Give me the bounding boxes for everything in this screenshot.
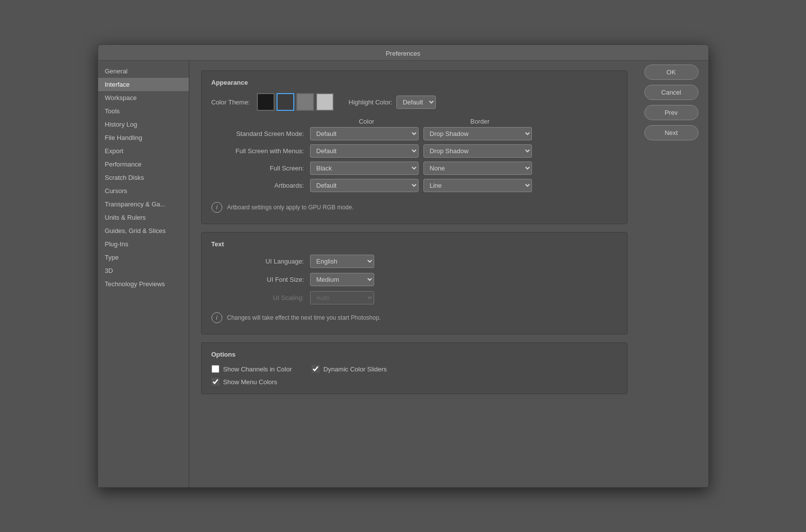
highlight-color-row: Highlight Color: Default Blue Red Green [349,96,436,109]
artboards-border-select[interactable]: Drop ShadowNoneLine [423,179,532,192]
fullscreen-row: Full Screen: DefaultBlackGray Drop Shado… [211,162,617,175]
ui-scaling-select[interactable]: Auto [310,291,374,304]
text-note: i Changes will take effect the next time… [211,309,617,326]
next-button[interactable]: Next [644,125,699,140]
color-column-header: Color [310,118,423,125]
color-theme-swatches [257,93,334,111]
show-channels-checkbox[interactable] [211,365,219,373]
dialog-title: Preferences [98,45,708,61]
fullscreen-menus-row: Full Screen with Menus: DefaultBlackGray… [211,144,617,158]
appearance-section: Appearance Color Theme: Highlight Color:… [201,70,628,224]
swatch-light-gray[interactable] [316,93,334,111]
swatch-medium-gray[interactable] [296,93,314,111]
fullscreen-label: Full Screen: [211,165,310,172]
sidebar-item-cursors[interactable]: Cursors [98,184,189,198]
highlight-color-select[interactable]: Default Blue Red Green [396,96,436,109]
preferences-dialog: Preferences OK Cancel Prev Next General … [98,44,709,488]
show-menu-colors-label: Show Menu Colors [223,378,278,386]
sidebar-item-transparency[interactable]: Transparency & Ga... [98,198,189,211]
options-section: Options Show Channels in Color Dynamic C… [201,342,628,394]
options-row-1: Show Channels in Color Dynamic Color Sli… [211,365,617,373]
dialog-body: General Interface Workspace Tools Histor… [98,61,708,487]
show-menu-colors-checkbox[interactable] [211,378,219,386]
ui-font-size-row: UI Font Size: Small Medium Large [211,273,617,286]
cancel-button[interactable]: Cancel [644,85,699,100]
text-section: Text UI Language: English UI Font Size: … [201,232,628,334]
dynamic-sliders-checkbox-item[interactable]: Dynamic Color Sliders [312,365,387,373]
info-icon: i [211,202,222,213]
sidebar-item-tech-previews[interactable]: Technology Previews [98,277,189,291]
dialog-buttons: OK Cancel Prev Next [644,65,699,140]
dynamic-sliders-checkbox[interactable] [312,365,319,373]
artboards-row: Artboards: DefaultBlackGray Drop ShadowN… [211,179,617,192]
sidebar-item-export[interactable]: Export [98,144,189,158]
text-info-icon: i [211,312,222,323]
fullscreen-menus-border-select[interactable]: Drop ShadowNoneLine [423,144,532,158]
ui-language-row: UI Language: English [211,255,617,268]
sidebar-item-workspace[interactable]: Workspace [98,91,189,104]
show-channels-checkbox-item[interactable]: Show Channels in Color [211,365,292,373]
sidebar-item-units-rulers[interactable]: Units & Rulers [98,211,189,224]
main-content: Appearance Color Theme: Highlight Color:… [189,61,708,487]
ui-scaling-row: UI Scaling: Auto [211,291,617,304]
options-title: Options [211,351,617,358]
fullscreen-menus-label: Full Screen with Menus: [211,147,310,155]
sidebar-item-tools[interactable]: Tools [98,104,189,118]
swatch-black[interactable] [257,93,275,111]
sidebar-item-file-handling[interactable]: File Handling [98,131,189,144]
screen-table-header: Color Border [310,118,617,125]
standard-screen-label: Standard Screen Mode: [211,130,310,137]
color-theme-row: Color Theme: Highlight Color: Default Bl… [211,93,617,111]
screen-mode-table: Standard Screen Mode: DefaultBlackGray D… [211,127,617,192]
sidebar-item-plug-ins[interactable]: Plug-Ins [98,237,189,251]
ui-scaling-label: UI Scaling: [211,294,310,301]
border-column-header: Border [423,118,537,125]
standard-screen-border-select[interactable]: Drop ShadowNoneLine [423,127,532,140]
standard-screen-row: Standard Screen Mode: DefaultBlackGray D… [211,127,617,140]
sidebar-item-performance[interactable]: Performance [98,158,189,171]
swatch-dark-gray[interactable] [277,93,294,111]
ui-font-size-select[interactable]: Small Medium Large [310,273,374,286]
dynamic-sliders-label: Dynamic Color Sliders [323,366,387,373]
prev-button[interactable]: Prev [644,105,699,120]
artboard-note: i Artboard settings only apply to GPU RG… [211,199,617,216]
sidebar-item-guides-grid[interactable]: Guides, Grid & Slices [98,224,189,237]
standard-screen-color-select[interactable]: DefaultBlackGray [310,127,419,140]
ok-button[interactable]: OK [644,65,699,80]
sidebar-item-history-log[interactable]: History Log [98,118,189,131]
fullscreen-color-select[interactable]: DefaultBlackGray [310,162,419,175]
sidebar-item-3d[interactable]: 3D [98,264,189,277]
show-menu-colors-checkbox-item[interactable]: Show Menu Colors [211,378,278,386]
ui-language-select[interactable]: English [310,255,374,268]
options-grid: Show Channels in Color Dynamic Color Sli… [211,365,617,386]
ui-font-size-label: UI Font Size: [211,276,310,283]
options-row-2: Show Menu Colors [211,378,617,386]
sidebar-item-general[interactable]: General [98,65,189,78]
artboards-color-select[interactable]: DefaultBlackGray [310,179,419,192]
highlight-color-label: Highlight Color: [349,99,392,106]
show-channels-label: Show Channels in Color [223,366,292,373]
sidebar-item-interface[interactable]: Interface [98,78,189,91]
sidebar-item-scratch-disks[interactable]: Scratch Disks [98,171,189,184]
appearance-title: Appearance [211,79,617,86]
color-theme-label: Color Theme: [211,99,250,106]
text-note-text: Changes will take effect the next time y… [227,314,381,321]
sidebar-item-type[interactable]: Type [98,251,189,264]
fullscreen-menus-color-select[interactable]: DefaultBlackGray [310,144,419,158]
sidebar: General Interface Workspace Tools Histor… [98,61,189,487]
text-section-title: Text [211,240,617,248]
artboard-note-text: Artboard settings only apply to GPU RGB … [227,204,354,211]
ui-language-label: UI Language: [211,258,310,265]
fullscreen-border-select[interactable]: Drop ShadowNoneLine [423,162,532,175]
artboards-label: Artboards: [211,182,310,189]
